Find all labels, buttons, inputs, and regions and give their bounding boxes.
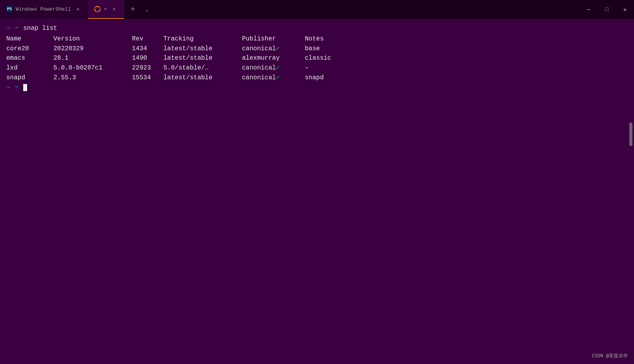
row-notes: classic — [305, 53, 352, 63]
new-tab-button[interactable]: + — [126, 2, 140, 16]
row-publisher: alexmurray — [242, 53, 305, 63]
prompt-arrow-1: → — [6, 24, 10, 33]
table-row: lxd 5.0.0-b0287c1 22923 5.0/stable/… can… — [6, 63, 628, 73]
row-version: 28.1 — [53, 53, 132, 63]
prompt-tilde-1: ~ — [15, 24, 19, 33]
row-tracking: latest/stable — [163, 44, 242, 54]
window-controls: — □ ✕ — [580, 0, 634, 19]
row-version: 2.55.3 — [53, 73, 132, 83]
table-row: core20 20220329 1434 latest/stable canon… — [6, 44, 628, 54]
row-name: snapd — [6, 73, 53, 83]
row-notes: base — [305, 44, 352, 54]
title-bar: PS Windows PowerShell ✕ ~ ✕ + ⌄ — □ ✕ — [0, 0, 634, 19]
row-tracking: latest/stable — [163, 53, 242, 63]
row-publisher: canonical✓ — [242, 63, 305, 73]
row-name: emacs — [6, 53, 53, 63]
prompt-line-1: → ~ snap list — [6, 24, 628, 33]
tab-powershell[interactable]: PS Windows PowerShell ✕ — [0, 0, 88, 19]
snap-list-output: Name Version Rev Tracking Publisher Note… — [6, 34, 628, 83]
svg-point-1 — [97, 6, 99, 7]
col-header-name: Name — [6, 34, 53, 44]
table-row: snapd 2.55.3 15534 latest/stable canonic… — [6, 73, 628, 83]
prompt-tilde-2: ~ — [15, 83, 19, 93]
tab-ubuntu-label: ~ — [104, 6, 107, 12]
prompt-line-2: → ~ — [6, 83, 628, 93]
col-header-tracking: Tracking — [163, 34, 242, 44]
row-publisher: canonical✓ — [242, 73, 305, 83]
svg-point-2 — [95, 10, 96, 11]
row-tracking: latest/stable — [163, 73, 242, 83]
col-header-rev: Rev — [132, 34, 163, 44]
prompt-arrow-2: → — [6, 83, 10, 93]
ubuntu-icon — [94, 6, 101, 12]
row-rev: 1434 — [132, 44, 163, 54]
terminal-content[interactable]: → ~ snap list Name Version Rev Tracking … — [0, 19, 634, 364]
tabs-dropdown-button[interactable]: ⌄ — [140, 2, 154, 16]
terminal-scrollbar[interactable] — [629, 123, 632, 146]
close-button[interactable]: ✕ — [616, 0, 634, 19]
row-version: 20220329 — [53, 44, 132, 54]
row-publisher: canonical✓ — [242, 44, 305, 54]
row-tracking: 5.0/stable/… — [163, 63, 242, 73]
terminal-cursor — [23, 84, 27, 91]
table-row: emacs 28.1 1490 latest/stable alexmurray… — [6, 53, 628, 63]
tab-ubuntu[interactable]: ~ ✕ — [88, 0, 124, 19]
watermark: CSDN @零度冰华 — [592, 353, 628, 360]
row-rev: 22923 — [132, 63, 163, 73]
minimize-button[interactable]: — — [580, 0, 598, 19]
row-version: 5.0.0-b0287c1 — [53, 63, 132, 73]
tab-powershell-close[interactable]: ✕ — [74, 5, 82, 13]
row-notes: snapd — [305, 73, 352, 83]
col-header-publisher: Publisher — [242, 34, 305, 44]
row-rev: 15534 — [132, 73, 163, 83]
table-header-row: Name Version Rev Tracking Publisher Note… — [6, 34, 628, 44]
row-notes: – — [305, 63, 352, 73]
tab-powershell-label: Windows PowerShell — [16, 6, 71, 12]
tab-ubuntu-close[interactable]: ✕ — [110, 5, 118, 13]
col-header-notes: Notes — [305, 34, 352, 44]
svg-point-3 — [99, 10, 101, 11]
col-header-version: Version — [53, 34, 132, 44]
row-rev: 1490 — [132, 53, 163, 63]
powershell-icon: PS — [6, 6, 13, 12]
maximize-button[interactable]: □ — [598, 0, 616, 19]
prompt-command-1: snap list — [23, 24, 57, 33]
row-name: core20 — [6, 44, 53, 54]
row-name: lxd — [6, 63, 53, 73]
